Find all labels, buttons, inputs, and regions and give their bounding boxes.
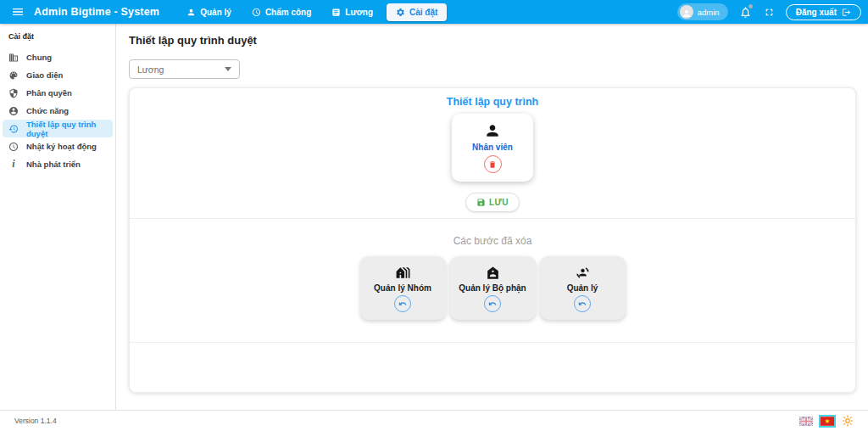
trash-icon — [488, 160, 497, 169]
deleted-steps-section: Các bước đã xóa Quản lý Nhóm Quản lý Bộ … — [130, 219, 855, 343]
sidebar-header: Cài đặt — [0, 30, 115, 48]
sidebar-item-label: Nhà phát triển — [26, 160, 81, 169]
topbar: Admin Bigtime - System Quản lý Chấm công… — [0, 0, 868, 24]
person-icon — [682, 8, 692, 19]
people-icon — [186, 8, 196, 17]
nav-label: Cài đặt — [409, 8, 437, 17]
save-label: LƯU — [489, 198, 509, 207]
username: admin — [698, 8, 720, 17]
clock-icon — [252, 8, 261, 17]
deleted-step-quan-ly-bo-phan: Quản lý Bộ phận — [450, 256, 536, 320]
sidebar-item-label: Phân quyền — [26, 88, 72, 98]
sidebar-item-chuc-nang[interactable]: Chức năng — [3, 102, 113, 120]
top-navigation: Quản lý Chấm công Lương Cài đặt — [180, 3, 447, 21]
footer: Version 1.1.4 — [0, 410, 868, 431]
deleted-section-title: Các bước đã xóa — [453, 235, 532, 247]
restore-step-button[interactable] — [394, 295, 411, 312]
logout-label: Đăng xuất — [796, 8, 837, 17]
brightness-theme-icon[interactable] — [842, 415, 854, 427]
shield-icon — [8, 88, 19, 98]
nav-cham-cong[interactable]: Chấm công — [245, 4, 318, 20]
board-empty-area — [130, 343, 855, 392]
person-circle-icon — [8, 106, 19, 116]
approval-type-select[interactable]: Lương — [129, 59, 240, 79]
page-title: Thiết lập quy trình duyệt — [129, 34, 856, 47]
step-label: Nhân viên — [472, 143, 513, 152]
gear-icon — [396, 8, 405, 17]
settings-sidebar: Cài đặt Chung Giao diện Phân quyền Chức … — [0, 24, 116, 410]
deleted-steps-row: Quản lý Nhóm Quản lý Bộ phận Quản lý — [360, 256, 626, 320]
step-label: Quản lý Nhóm — [374, 283, 431, 293]
nav-label: Quản lý — [200, 8, 231, 17]
user-menu[interactable]: admin — [677, 3, 728, 20]
sidebar-item-thiet-lap-quy-trinh-duyet[interactable]: Thiết lập quy trình duyệt — [3, 120, 113, 137]
workflow-step-nhan-vien[interactable]: Nhân viên — [452, 114, 533, 182]
logout-button[interactable]: Đăng xuất — [786, 4, 861, 20]
save-button[interactable]: LƯU — [465, 193, 520, 212]
sidebar-item-label: Chung — [26, 53, 52, 62]
sidebar-item-phan-quyen[interactable]: Phân quyền — [3, 84, 113, 102]
sidebar-item-label: Giao diện — [26, 70, 63, 80]
nav-cai-dat[interactable]: Cài đặt — [387, 3, 447, 21]
nav-label: Lương — [345, 8, 373, 17]
notification-dot — [748, 4, 753, 8]
select-value: Lương — [137, 64, 164, 75]
history-icon — [8, 142, 19, 152]
version-label: Version 1.1.4 — [14, 417, 57, 425]
step-label: Quản lý Bộ phận — [459, 283, 526, 293]
logout-icon — [842, 8, 851, 17]
vietnam-flag-icon[interactable] — [821, 417, 834, 426]
app-title: Admin Bigtime - System — [34, 6, 159, 18]
palette-icon — [8, 70, 19, 81]
sidebar-item-nhat-ky-hoat-dong[interactable]: Nhật ký hoạt động — [3, 137, 113, 155]
building-icon — [8, 53, 19, 63]
restore-step-button[interactable] — [574, 295, 591, 312]
workflow-section: Thiết lập quy trình Nhân viên LƯU — [130, 88, 855, 219]
houses-icon — [395, 265, 411, 281]
manager-sync-icon — [575, 265, 591, 281]
sidebar-item-label: Thiết lập quy trình duyệt — [26, 120, 107, 138]
save-icon — [476, 198, 486, 207]
fullscreen-icon[interactable] — [764, 7, 775, 18]
sidebar-item-label: Chức năng — [26, 106, 69, 115]
sidebar-item-giao-dien[interactable]: Giao diện — [3, 66, 113, 84]
avatar — [680, 5, 693, 19]
workflow-section-title: Thiết lập quy trình — [447, 96, 538, 108]
deleted-step-quan-ly: Quản lý — [540, 256, 626, 320]
undo-icon — [578, 299, 587, 308]
sidebar-item-nha-phat-trien[interactable]: i Nhà phát triển — [3, 155, 113, 173]
sidebar-item-chung[interactable]: Chung — [3, 48, 113, 66]
department-home-icon — [485, 265, 501, 281]
workflow-board: Thiết lập quy trình Nhân viên LƯU Các bư… — [129, 87, 856, 393]
sidebar-item-label: Nhật ký hoạt động — [26, 142, 97, 151]
menu-icon[interactable] — [7, 1, 29, 23]
notifications-bell-icon[interactable] — [739, 5, 753, 19]
restore-step-button[interactable] — [484, 295, 501, 312]
step-label: Quản lý — [567, 283, 598, 293]
footer-right — [799, 415, 854, 427]
developer-icon: i — [8, 158, 19, 171]
uk-flag-icon[interactable] — [799, 417, 813, 426]
chevron-down-icon — [225, 67, 231, 71]
topbar-right: admin Đăng xuất — [677, 3, 861, 20]
person-icon — [484, 122, 501, 139]
deleted-step-quan-ly-nhom: Quản lý Nhóm — [360, 256, 446, 320]
nav-luong[interactable]: Lương — [325, 4, 380, 20]
approval-flow-icon — [8, 124, 19, 134]
main-content: Thiết lập quy trình duyệt Lương Thiết lậ… — [117, 24, 868, 410]
undo-icon — [398, 299, 407, 308]
payroll-icon — [331, 8, 341, 17]
nav-quan-ly[interactable]: Quản lý — [180, 4, 238, 20]
nav-label: Chấm công — [265, 8, 311, 17]
undo-icon — [488, 299, 497, 308]
delete-step-button[interactable] — [484, 155, 502, 173]
